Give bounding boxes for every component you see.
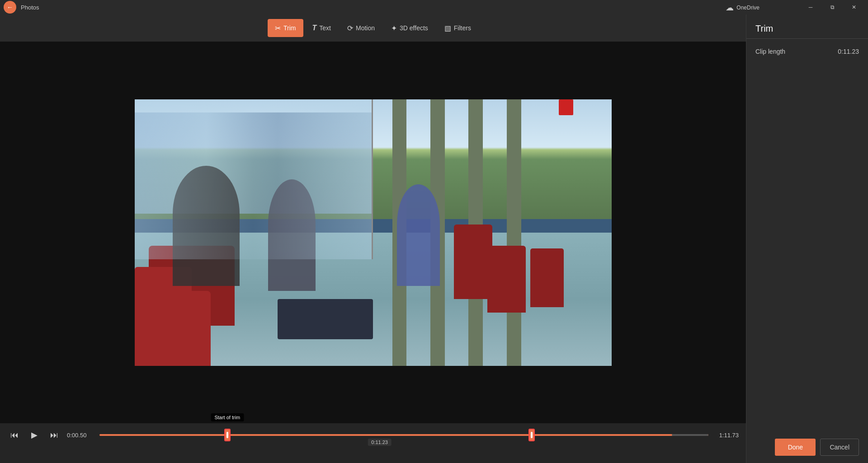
minimize-button[interactable]: ─ bbox=[800, 0, 821, 14]
3deffects-label: 3D effects bbox=[400, 24, 428, 32]
motion-label: Motion bbox=[356, 24, 375, 32]
text-button[interactable]: T Text bbox=[305, 19, 338, 37]
back-icon: ← bbox=[7, 4, 13, 11]
motion-icon: ⟳ bbox=[347, 24, 353, 33]
seat-right-1 bbox=[454, 224, 492, 299]
forward-button[interactable]: ⏭ bbox=[47, 428, 61, 442]
text-label: Text bbox=[319, 24, 331, 32]
controls-bar: ⏮ ▶ ⏭ 0:00.50 Start of trim bbox=[0, 423, 746, 463]
marker-top bbox=[559, 99, 573, 115]
motion-button[interactable]: ⟳ Motion bbox=[340, 19, 382, 37]
app-title: Photos bbox=[21, 4, 39, 11]
current-time-display: 0:00.50 bbox=[67, 432, 94, 439]
3deffects-icon: ✦ bbox=[391, 24, 397, 33]
rewind-button[interactable]: ⏮ bbox=[7, 428, 22, 442]
text-icon: T bbox=[312, 24, 317, 32]
right-panel: Trim Clip length 0:11.23 Done Cancel bbox=[746, 14, 868, 463]
clip-length-row: Clip length 0:11.23 bbox=[755, 48, 859, 55]
filters-button[interactable]: ▧ Filters bbox=[437, 19, 478, 37]
restore-button[interactable]: ⧉ bbox=[822, 0, 843, 14]
video-frame bbox=[135, 99, 612, 366]
panel-footer: Done Cancel bbox=[746, 431, 868, 463]
onedrive-label: OneDrive bbox=[736, 5, 760, 11]
toolbar: ✂ Trim T Text ⟳ Motion ✦ 3D effects ▧ Fi… bbox=[0, 14, 746, 42]
done-button[interactable]: Done bbox=[775, 439, 816, 456]
sofa-dark bbox=[278, 299, 373, 339]
panel-content: Clip length 0:11.23 bbox=[746, 39, 868, 431]
seat-right-2 bbox=[487, 246, 525, 313]
play-button[interactable]: ▶ bbox=[27, 428, 42, 442]
trim-handle-end-inner bbox=[531, 432, 533, 438]
filters-icon: ▧ bbox=[444, 24, 451, 33]
controls-top: ⏮ ▶ ⏭ 0:00.50 Start of trim bbox=[7, 423, 739, 447]
video-container bbox=[0, 42, 746, 423]
titlebar-controls: ─ ⧉ ✕ bbox=[800, 0, 864, 14]
cloud-icon: ☁ bbox=[726, 3, 734, 13]
titlebar-left: ← Photos bbox=[4, 1, 39, 14]
timeline-area[interactable]: Start of trim 0:11.23 bbox=[99, 430, 708, 440]
scene-background bbox=[135, 99, 612, 366]
timeline-track[interactable]: Start of trim 0:11.23 bbox=[99, 434, 708, 436]
trim-start-tooltip: Start of trim bbox=[211, 413, 244, 421]
3deffects-button[interactable]: ✦ 3D effects bbox=[384, 19, 435, 37]
titlebar: ← Photos ☁ OneDrive ─ ⧉ ✕ bbox=[0, 0, 868, 14]
main-content: ✂ Trim T Text ⟳ Motion ✦ 3D effects ▧ Fi… bbox=[0, 14, 868, 463]
trim-handle-start[interactable]: Start of trim bbox=[224, 429, 231, 441]
onedrive-area: ☁ OneDrive bbox=[726, 3, 760, 13]
trim-handle-end[interactable] bbox=[528, 429, 535, 441]
end-time-display: 1:11.73 bbox=[714, 432, 739, 439]
close-button[interactable]: ✕ bbox=[844, 0, 864, 14]
window-glass bbox=[135, 99, 373, 259]
back-button[interactable]: ← bbox=[4, 1, 16, 14]
filters-label: Filters bbox=[454, 24, 471, 32]
seat-right-3 bbox=[530, 248, 564, 307]
clip-length-label: Clip length bbox=[755, 48, 785, 55]
person-3 bbox=[397, 184, 440, 285]
panel-title: Trim bbox=[746, 14, 868, 39]
trim-button[interactable]: ✂ Trim bbox=[268, 19, 303, 37]
timeline-inactive bbox=[672, 434, 708, 436]
editor-area: ✂ Trim T Text ⟳ Motion ✦ 3D effects ▧ Fi… bbox=[0, 14, 746, 463]
trim-label: Trim bbox=[283, 24, 296, 32]
seat-corner bbox=[135, 291, 211, 365]
cancel-button[interactable]: Cancel bbox=[820, 439, 859, 456]
mid-time-marker: 0:11.23 bbox=[368, 439, 392, 446]
clip-length-value: 0:11.23 bbox=[838, 48, 859, 55]
trim-handle-start-inner bbox=[226, 432, 228, 438]
trim-icon: ✂ bbox=[275, 24, 281, 33]
